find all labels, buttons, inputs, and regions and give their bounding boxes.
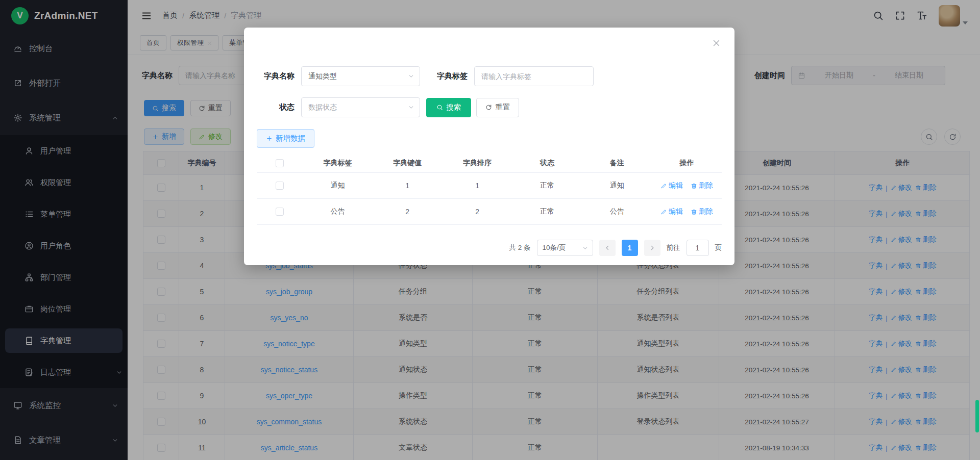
app-window: V ZrAdmin.NET 控制台 外部打开 系统管理 用户管理 权限管理 [0, 0, 980, 460]
add-data-button[interactable]: 新增数据 [257, 129, 314, 148]
cell-dict-label: 通知 [303, 173, 373, 199]
cell-remark: 公告 [582, 199, 652, 225]
cell-dict-label: 公告 [303, 199, 373, 225]
chevron-down-icon [408, 73, 414, 80]
cell-dict-sort: 2 [443, 199, 512, 225]
row-checkbox[interactable] [276, 182, 284, 190]
header-dict-sort: 字典排序 [443, 154, 512, 173]
cell-dict-sort: 1 [443, 173, 512, 199]
dict-label-label: 字典标签 [431, 71, 468, 81]
chevron-down-icon [582, 245, 589, 251]
goto-label: 前往 [667, 243, 680, 252]
trash-icon [691, 209, 697, 215]
plus-icon [266, 135, 273, 142]
goto-page-input[interactable] [687, 240, 709, 256]
next-page-button[interactable] [644, 240, 660, 256]
search-icon [436, 104, 443, 111]
scrollbar-thumb[interactable] [975, 400, 979, 432]
dialog-search-button[interactable]: 搜索 [426, 98, 471, 117]
header-actions: 操作 [652, 154, 722, 173]
cell-status: 正常 [512, 173, 582, 199]
select-all-checkbox[interactable] [276, 159, 284, 167]
pagination-total: 共 2 条 [509, 243, 530, 252]
cell-status: 正常 [512, 199, 582, 225]
cell-remark: 通知 [582, 173, 652, 199]
edit-link[interactable]: 编辑 [660, 207, 683, 216]
dict-label-input[interactable] [474, 66, 594, 86]
page-number-1[interactable]: 1 [622, 240, 638, 256]
cell-dict-value: 1 [373, 173, 443, 199]
dialog-table-header: 字典标签 字典键值 字典排序 状态 备注 操作 [257, 154, 722, 173]
dict-name-label: 字典名称 [257, 71, 295, 81]
prev-page-button[interactable] [599, 240, 616, 256]
page-unit-label: 页 [715, 243, 722, 252]
delete-link[interactable]: 删除 [691, 207, 713, 216]
page-size-select[interactable]: 10条/页 [537, 240, 593, 256]
row-actions: 编辑 删除 [652, 173, 722, 199]
dict-data-table: 字典标签 字典键值 字典排序 状态 备注 操作 通知 1 1 正常 通知 [257, 154, 722, 225]
dict-data-dialog: 字典名称 通知类型 字典标签 状态 数据状态 搜索 [244, 28, 734, 265]
dialog-table-body: 通知 1 1 正常 通知 编辑 删除 [257, 173, 722, 225]
header-dict-value: 字典键值 [373, 154, 443, 173]
cell-dict-value: 2 [373, 199, 443, 225]
table-row: 通知 1 1 正常 通知 编辑 删除 [257, 173, 722, 199]
pencil-icon [660, 183, 667, 189]
dialog-filter-form: 字典名称 通知类型 字典标签 状态 数据状态 搜索 [257, 66, 594, 129]
header-remark: 备注 [582, 154, 652, 173]
refresh-icon [485, 104, 492, 111]
pagination: 共 2 条 10条/页 1 前往 页 [257, 239, 722, 257]
dialog-reset-button[interactable]: 重置 [476, 98, 519, 117]
close-icon[interactable] [712, 39, 721, 47]
dict-name-select[interactable]: 通知类型 [301, 66, 420, 86]
status-select[interactable]: 数据状态 [301, 97, 420, 117]
header-status: 状态 [512, 154, 582, 173]
row-actions: 编辑 删除 [652, 199, 722, 225]
status-label: 状态 [257, 103, 295, 112]
header-dict-label: 字典标签 [303, 154, 373, 173]
row-checkbox[interactable] [276, 208, 284, 216]
pencil-icon [660, 209, 667, 215]
edit-link[interactable]: 编辑 [660, 181, 683, 190]
table-row: 公告 2 2 正常 公告 编辑 删除 [257, 199, 722, 225]
trash-icon [691, 183, 697, 189]
arrow-left-icon [604, 245, 610, 251]
dialog-toolbar: 新增数据 [257, 129, 314, 148]
chevron-down-icon [408, 104, 414, 111]
delete-link[interactable]: 删除 [691, 181, 713, 190]
arrow-right-icon [649, 245, 655, 251]
